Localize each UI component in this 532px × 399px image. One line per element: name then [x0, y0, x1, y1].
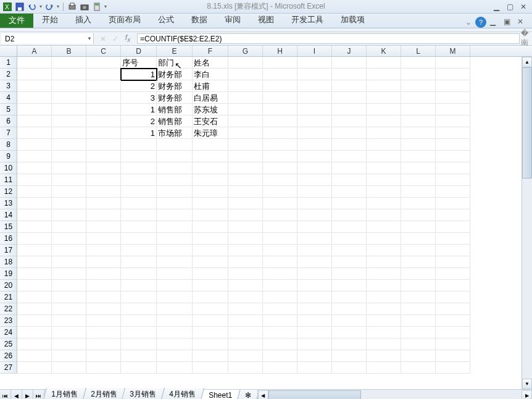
cell[interactable]: [297, 350, 332, 362]
cell[interactable]: [297, 92, 332, 104]
cell[interactable]: [297, 268, 332, 280]
cell[interactable]: [332, 327, 367, 338]
cell[interactable]: [157, 162, 193, 174]
cell[interactable]: [332, 151, 367, 162]
cell[interactable]: [121, 162, 157, 174]
cell[interactable]: [367, 292, 401, 303]
row-header[interactable]: 24: [0, 327, 17, 338]
ribbon-tab[interactable]: 页面布局: [100, 12, 149, 28]
cell[interactable]: [367, 327, 401, 338]
cell[interactable]: [436, 315, 470, 327]
cell[interactable]: [367, 174, 401, 186]
undo-icon[interactable]: [27, 2, 37, 12]
cell[interactable]: [17, 162, 52, 174]
cell[interactable]: [52, 362, 86, 374]
cell[interactable]: [17, 174, 52, 186]
cell[interactable]: [401, 127, 436, 139]
cell[interactable]: [332, 198, 367, 209]
cell[interactable]: [367, 57, 401, 69]
cell[interactable]: [263, 303, 297, 315]
cell[interactable]: [86, 186, 121, 198]
cell[interactable]: [263, 362, 297, 374]
cell[interactable]: [332, 139, 367, 151]
cell[interactable]: [263, 268, 297, 280]
cell[interactable]: [52, 209, 86, 221]
cell[interactable]: [401, 69, 436, 80]
ribbon-tab[interactable]: 插入: [67, 12, 100, 28]
cell[interactable]: [436, 57, 470, 69]
cell[interactable]: 朱元璋: [193, 127, 228, 139]
cell[interactable]: [52, 69, 86, 80]
cell[interactable]: [332, 174, 367, 186]
cell[interactable]: [157, 338, 193, 350]
cell[interactable]: [193, 350, 228, 362]
cell[interactable]: [401, 268, 436, 280]
row-header[interactable]: 17: [0, 245, 17, 256]
cell[interactable]: [297, 139, 332, 151]
cell[interactable]: [263, 315, 297, 327]
cell[interactable]: [193, 139, 228, 151]
cell[interactable]: [367, 116, 401, 127]
cell[interactable]: [17, 350, 52, 362]
cell[interactable]: 苏东坡: [193, 104, 228, 116]
cell[interactable]: 序号: [121, 57, 157, 69]
ribbon-tab[interactable]: 视图: [249, 12, 283, 28]
cell[interactable]: [436, 104, 470, 116]
cell[interactable]: [332, 362, 367, 374]
minimize-button[interactable]: ▁: [490, 2, 502, 12]
cell[interactable]: [17, 233, 52, 245]
cell[interactable]: [401, 209, 436, 221]
cell[interactable]: [332, 256, 367, 268]
cell[interactable]: [121, 338, 157, 350]
cell[interactable]: [332, 280, 367, 292]
cell[interactable]: [52, 80, 86, 92]
cell[interactable]: [228, 362, 263, 374]
cell[interactable]: [367, 162, 401, 174]
cell[interactable]: [401, 362, 436, 374]
name-box-dropdown-icon[interactable]: ▼: [87, 36, 92, 41]
cell[interactable]: [297, 315, 332, 327]
cell[interactable]: [263, 104, 297, 116]
select-all-corner[interactable]: [0, 46, 17, 56]
cell[interactable]: [367, 92, 401, 104]
column-header[interactable]: A: [17, 46, 52, 56]
cell[interactable]: [263, 80, 297, 92]
scroll-up-icon[interactable]: ▲: [522, 57, 532, 67]
cell[interactable]: [17, 127, 52, 139]
cell[interactable]: [297, 245, 332, 256]
cell[interactable]: [436, 209, 470, 221]
cell[interactable]: [193, 198, 228, 209]
cell[interactable]: [193, 315, 228, 327]
cell[interactable]: [193, 186, 228, 198]
cell[interactable]: [297, 174, 332, 186]
row-header[interactable]: 16: [0, 233, 17, 245]
cell[interactable]: [436, 256, 470, 268]
cell[interactable]: [52, 315, 86, 327]
cell[interactable]: [263, 174, 297, 186]
cell[interactable]: [157, 151, 193, 162]
row-header[interactable]: 21: [0, 292, 17, 303]
cell[interactable]: [401, 80, 436, 92]
cell[interactable]: [52, 104, 86, 116]
cell[interactable]: 销售部: [157, 104, 193, 116]
cell[interactable]: [86, 350, 121, 362]
cell[interactable]: [17, 362, 52, 374]
cell[interactable]: [86, 174, 121, 186]
cell[interactable]: [367, 80, 401, 92]
cell[interactable]: [52, 256, 86, 268]
cell[interactable]: [157, 221, 193, 233]
row-header[interactable]: 7: [0, 127, 17, 139]
scroll-down-icon[interactable]: ▼: [522, 379, 532, 389]
cell[interactable]: [297, 233, 332, 245]
cell[interactable]: [121, 292, 157, 303]
cell[interactable]: [401, 151, 436, 162]
cell[interactable]: [121, 315, 157, 327]
cell[interactable]: [228, 69, 263, 80]
row-header[interactable]: 4: [0, 92, 17, 104]
cell[interactable]: [228, 116, 263, 127]
cell[interactable]: 2: [121, 116, 157, 127]
cell[interactable]: [157, 186, 193, 198]
print-preview-icon[interactable]: [67, 2, 77, 12]
cell[interactable]: [121, 256, 157, 268]
cell[interactable]: [157, 139, 193, 151]
